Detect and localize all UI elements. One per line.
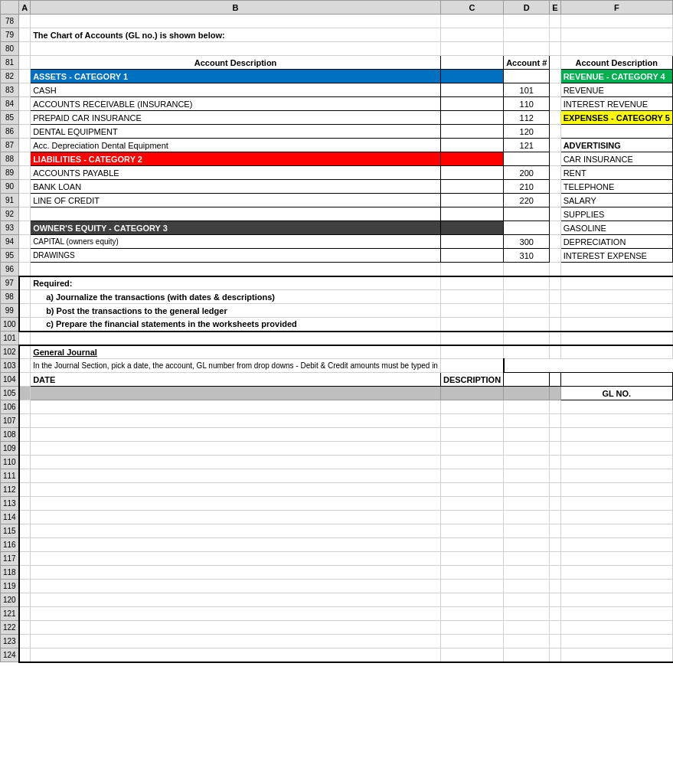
row-88: 88 LIABILITIES - CATEGORY 2 CAR INSURANC… bbox=[1, 152, 674, 166]
right-account-desc-header: Account Description bbox=[560, 56, 672, 70]
rent-label: RENT bbox=[560, 166, 672, 180]
row-114: 114 bbox=[1, 511, 674, 524]
row-89: 89 ACCOUNTS PAYABLE 200 RENT 520 bbox=[1, 166, 674, 180]
row-85: 85 PREPAID CAR INSURANCE 112 EXPENSES - … bbox=[1, 111, 674, 125]
salary-label: SALARY bbox=[560, 194, 672, 207]
capital-label: CAPITAL (owners equity) bbox=[31, 235, 441, 249]
ap-label: ACCOUNTS PAYABLE bbox=[31, 166, 441, 180]
owners-equity-category-header: OWNER'S EQUITY - CATEGORY 3 bbox=[31, 221, 441, 235]
row-102: 102 General Journal bbox=[1, 345, 674, 359]
gasoline-label: GASOLINE bbox=[560, 221, 672, 235]
row-86: 86 DENTAL EQUIPMENT 120 bbox=[1, 125, 674, 139]
cash-account-num: 101 bbox=[504, 83, 550, 97]
col-header-a: A bbox=[19, 1, 31, 15]
row-96: 96 bbox=[1, 263, 674, 276]
required-label: Required: bbox=[31, 276, 441, 290]
row-107: 107 bbox=[1, 414, 674, 428]
row-124: 124 bbox=[1, 648, 674, 662]
liabilities-category-header: LIABILITIES - CATEGORY 2 bbox=[31, 152, 441, 166]
col-header-c: C bbox=[440, 1, 503, 15]
acc-depr-label: Acc. Depreciation Dental Equipment bbox=[31, 139, 441, 152]
row-81: 81 Account Description Account # Account… bbox=[1, 56, 674, 70]
prepaid-car-account-num: 112 bbox=[504, 111, 550, 125]
required-a: a) Journalize the transactions (with dat… bbox=[31, 290, 441, 304]
row-100: 100 c) Prepare the financial statements … bbox=[1, 318, 674, 332]
row-113: 113 bbox=[1, 497, 674, 511]
bank-loan-account-num: 210 bbox=[504, 180, 550, 194]
assets-category-header: ASSETS - CATEGORY 1 bbox=[31, 70, 441, 83]
row-82: 82 ASSETS - CATEGORY 1 REVENUE - CATEGOR… bbox=[1, 70, 674, 83]
capital-account-num: 300 bbox=[504, 235, 550, 249]
row-90: 90 BANK LOAN 210 TELEPHONE 530 bbox=[1, 180, 674, 194]
row-117: 117 bbox=[1, 552, 674, 566]
ar-account-num: 110 bbox=[504, 97, 550, 111]
row-105: 105 GL NO. DR CR bbox=[1, 387, 674, 400]
required-b: b) Post the transactions to the general … bbox=[31, 304, 441, 318]
row-80: 80 bbox=[1, 42, 674, 56]
corner-cell bbox=[1, 1, 19, 15]
description-header: DESCRIPTION bbox=[440, 373, 503, 387]
row-84: 84 ACCOUNTS RECEIVABLE (INSURANCE) 110 I… bbox=[1, 97, 674, 111]
loc-account-num: 220 bbox=[504, 194, 550, 207]
left-account-num-header: Account # bbox=[504, 56, 550, 70]
row-108: 108 bbox=[1, 428, 674, 442]
row-92: 92 SUPPLIES 545 bbox=[1, 207, 674, 221]
col-header-e: E bbox=[550, 1, 560, 15]
rownum-79: 79 bbox=[1, 28, 19, 42]
row-111: 111 bbox=[1, 469, 674, 483]
row-99: 99 b) Post the transactions to the gener… bbox=[1, 304, 674, 318]
row-78: 78 bbox=[1, 15, 674, 28]
col-header-f: F bbox=[560, 1, 672, 15]
row-91: 91 LINE OF CREDIT 220 SALARY 540 bbox=[1, 194, 674, 207]
dental-equipment-account-num: 120 bbox=[504, 125, 550, 139]
row-109: 109 bbox=[1, 442, 674, 456]
ar-label: ACCOUNTS RECEIVABLE (INSURANCE) bbox=[31, 97, 441, 111]
row-98: 98 a) Journalize the transactions (with … bbox=[1, 290, 674, 304]
dental-equipment-label: DENTAL EQUIPMENT bbox=[31, 125, 441, 139]
expenses-category-header: EXPENSES - CATEGORY 5 bbox=[560, 111, 672, 125]
revenue-label: REVENUE bbox=[560, 83, 672, 97]
spreadsheet: A B C D E F G H I J 78 79 The Chart of A… bbox=[0, 0, 673, 663]
row-104: 104 DATE DESCRIPTION bbox=[1, 373, 674, 387]
row-110: 110 bbox=[1, 456, 674, 469]
prepaid-car-label: PREPAID CAR INSURANCE bbox=[31, 111, 441, 125]
row-123: 123 bbox=[1, 635, 674, 648]
drawings-account-num: 310 bbox=[504, 249, 550, 263]
telephone-label: TELEPHONE bbox=[560, 180, 672, 194]
revenue-category-header: REVENUE - CATEGORY 4 bbox=[560, 70, 672, 83]
car-insurance-label: CAR INSURANCE bbox=[560, 152, 672, 166]
chart-of-accounts-title: The Chart of Accounts (GL no.) is shown … bbox=[31, 28, 441, 42]
row-95: 95 DRAWINGS 310 INTEREST EXPENSE 570 bbox=[1, 249, 674, 263]
ap-account-num: 200 bbox=[504, 166, 550, 180]
row-122: 122 bbox=[1, 621, 674, 635]
acc-depr-account-num: 121 bbox=[504, 139, 550, 152]
row-118: 118 bbox=[1, 566, 674, 580]
gl-no-header: GL NO. bbox=[560, 387, 672, 400]
col-header-d: D bbox=[504, 1, 550, 15]
row-106: 106 bbox=[1, 400, 674, 414]
column-headers: A B C D E F G H I J bbox=[1, 1, 674, 15]
row-97: 97 Required: bbox=[1, 276, 674, 290]
required-c: c) Prepare the financial statements in t… bbox=[31, 318, 441, 332]
row-94: 94 CAPITAL (owners equity) 300 DEPRECIAT… bbox=[1, 235, 674, 249]
loc-label: LINE OF CREDIT bbox=[31, 194, 441, 207]
interest-revenue-label: INTEREST REVENUE bbox=[560, 97, 672, 111]
row-93: 93 OWNER'S EQUITY - CATEGORY 3 GASOLINE … bbox=[1, 221, 674, 235]
row-79: 79 The Chart of Accounts (GL no.) is sho… bbox=[1, 28, 674, 42]
date-header: DATE bbox=[31, 373, 441, 387]
row-120: 120 bbox=[1, 593, 674, 607]
row-119: 119 bbox=[1, 580, 674, 593]
interest-expense-label: INTEREST EXPENSE bbox=[560, 249, 672, 263]
advertising-label: ADVERTISING bbox=[560, 139, 672, 152]
cash-label: CASH bbox=[31, 83, 441, 97]
col-header-b: B bbox=[31, 1, 441, 15]
left-account-desc-header: Account Description bbox=[31, 56, 441, 70]
bank-loan-label: BANK LOAN bbox=[31, 180, 441, 194]
row-101: 101 bbox=[1, 332, 674, 345]
drawings-label: DRAWINGS bbox=[31, 249, 441, 263]
row-115: 115 bbox=[1, 524, 674, 538]
row-103: 103 In the Journal Section, pick a date,… bbox=[1, 359, 674, 373]
supplies-label: SUPPLIES bbox=[560, 207, 672, 221]
general-journal-title: General Journal bbox=[31, 345, 441, 359]
row-112: 112 bbox=[1, 483, 674, 497]
